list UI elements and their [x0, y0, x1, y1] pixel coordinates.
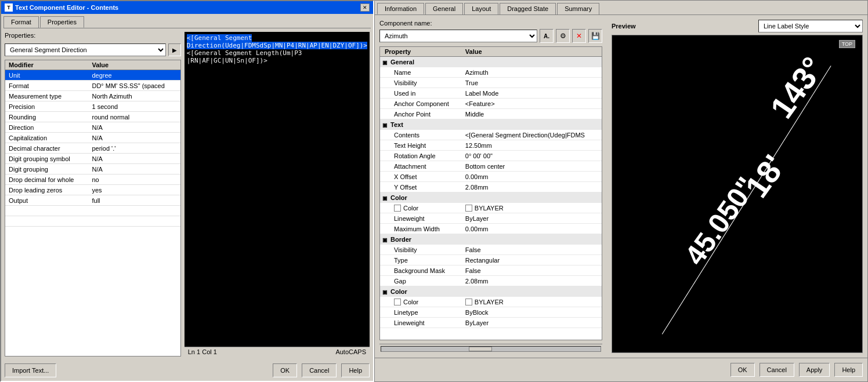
tab-summary[interactable]: Summary: [557, 3, 599, 14]
property-col-header: Property: [380, 47, 461, 57]
properties-dropdown[interactable]: General Segment Direction: [5, 43, 166, 56]
modifier-cell: Precision: [5, 101, 88, 112]
value-cell[interactable]: degree: [88, 70, 180, 81]
tab-layout[interactable]: Layout: [464, 3, 498, 14]
prop-color2: Color: [380, 297, 461, 307]
editor-selected-text: <[General Segment Direction(Udeg|FDMSdSp…: [187, 34, 367, 49]
prop-contents: Contents: [380, 130, 461, 140]
prop-value[interactable]: Azimuth: [461, 67, 602, 78]
tab-dragged-state[interactable]: Dragged State: [500, 3, 556, 14]
delete-button[interactable]: ✕: [572, 29, 586, 43]
scrollbar-thumb[interactable]: [469, 347, 492, 351]
prop-maxwidth: Maximum Width: [380, 224, 461, 234]
cancel-button-left[interactable]: Cancel: [302, 363, 337, 377]
prop-value[interactable]: 0° 00' 00": [461, 151, 602, 161]
table-row: Rotation Angle0° 00' 00": [380, 151, 602, 161]
help-button-right[interactable]: Help: [834, 363, 863, 377]
text-editor[interactable]: <[General Segment Direction(Udeg|FDMSdSp…: [185, 32, 370, 347]
table-row: DirectionN/A: [5, 122, 180, 133]
section-general[interactable]: ▣ General: [380, 57, 602, 67]
scrollbar-track[interactable]: [381, 346, 601, 352]
prop-value[interactable]: 2.08mm: [461, 182, 602, 192]
svg-text:143°: 143°: [763, 50, 831, 125]
preview-style-select[interactable]: Line Label Style: [758, 20, 863, 32]
table-row: Digit grouping symbolN/A: [5, 154, 180, 164]
editor-column: <[General Segment Direction(Udeg|FDMSdSp…: [185, 32, 370, 356]
prop-value[interactable]: <[General Segment Direction(Udeg|FDMS: [461, 130, 602, 140]
prop-linetype: Linetype: [380, 307, 461, 318]
table-row: AttachmentBottom center: [380, 161, 602, 172]
help-button-left[interactable]: Help: [341, 363, 370, 377]
cancel-button-right[interactable]: Cancel: [760, 363, 794, 377]
title-bar: T Text Component Editor - Contents ✕: [1, 1, 373, 14]
svg-text:45.050": 45.050": [678, 172, 762, 271]
preview-header: Preview Line Label Style: [612, 20, 863, 32]
prop-value[interactable]: ByLayer: [461, 213, 602, 224]
table-row: LineweightByLayer: [380, 213, 602, 224]
value-cell: N/A: [88, 122, 180, 133]
text-style-button[interactable]: A.: [540, 29, 554, 43]
prop-value[interactable]: Rectangular: [461, 255, 602, 265]
modifier-cell: [5, 206, 88, 216]
value-cell: North Azimuth: [88, 91, 180, 101]
gear-button[interactable]: ⚙: [556, 29, 570, 43]
table-row: Decimal characterperiod '.': [5, 143, 180, 154]
component-name-section: Component name: Azimuth A. ⚙ ✕ 💾: [379, 20, 602, 43]
section-border[interactable]: ▣ Border: [380, 234, 602, 245]
value-col-header: Value: [461, 47, 602, 57]
prop-value[interactable]: Middle: [461, 109, 602, 119]
section-text[interactable]: ▣ Text: [380, 119, 602, 130]
properties-label: Properties:: [5, 32, 181, 39]
value-cell: [88, 216, 180, 227]
cursor-position: Ln 1 Col 1: [188, 348, 217, 355]
component-name-select[interactable]: Azimuth: [379, 30, 537, 42]
import-text-button[interactable]: Import Text...: [5, 363, 56, 377]
left-bottom-buttons: Import Text... OK Cancel Help: [1, 360, 373, 381]
property-grid: Property Value ▣ General NameAzimuth Vis…: [379, 46, 602, 340]
prop-value[interactable]: 2.08mm: [461, 276, 602, 286]
section-color[interactable]: ▣ Color: [380, 192, 602, 203]
prop-value[interactable]: 0.00mm: [461, 172, 602, 182]
color2-checkbox[interactable]: [394, 299, 401, 305]
prop-value[interactable]: 0.00mm: [461, 224, 602, 234]
prop-value[interactable]: False: [461, 245, 602, 255]
modifier-cell: [5, 216, 88, 227]
prop-value[interactable]: Label Mode: [461, 88, 602, 99]
apply-button[interactable]: Apply: [799, 363, 830, 377]
tab-format[interactable]: Format: [3, 16, 39, 28]
table-row: Precision1 second: [5, 101, 180, 112]
prop-rotation: Rotation Angle: [380, 151, 461, 161]
horizontal-scrollbar[interactable]: [379, 344, 602, 353]
prop-value[interactable]: ByLayer: [461, 318, 602, 328]
close-button[interactable]: ✕: [360, 3, 370, 12]
tab-general[interactable]: General: [425, 3, 463, 14]
color-checkbox[interactable]: [394, 205, 401, 212]
prop-value[interactable]: <Feature>: [461, 99, 602, 109]
prop-value[interactable]: ByBlock: [461, 307, 602, 318]
value-cell: N/A: [88, 154, 180, 164]
prop-value[interactable]: 12.50mm: [461, 140, 602, 151]
table-row: TypeRectangular: [380, 255, 602, 265]
prop-value[interactable]: Bottom center: [461, 161, 602, 172]
prop-lineweight2: Lineweight: [380, 318, 461, 328]
table-row: Drop decimal for wholeno: [5, 174, 180, 185]
prop-value[interactable]: False: [461, 265, 602, 276]
table-row: [5, 216, 180, 227]
prop-value[interactable]: True: [461, 78, 602, 88]
ok-button-right[interactable]: OK: [730, 363, 755, 377]
table-row: Unitdegree: [5, 70, 180, 81]
ok-button-left[interactable]: OK: [273, 363, 297, 377]
component-name-controls: Azimuth A. ⚙ ✕ 💾: [379, 29, 602, 43]
right-bottom-buttons: OK Cancel Apply Help: [375, 358, 867, 381]
section-color2[interactable]: ▣ Color: [380, 286, 602, 297]
tab-properties[interactable]: Properties: [40, 16, 84, 28]
properties-arrow-button[interactable]: ▶: [168, 43, 181, 56]
save-button-right[interactable]: 💾: [588, 29, 602, 43]
prop-value[interactable]: BYLAYER: [461, 203, 602, 213]
tab-information[interactable]: Information: [377, 3, 424, 14]
bylayer-checkbox[interactable]: [465, 205, 472, 212]
table-row: Drop leading zerosyes: [5, 185, 180, 195]
prop-value[interactable]: BYLAYER: [461, 297, 602, 307]
bylayer2-checkbox[interactable]: [465, 299, 472, 305]
table-row: LineweightByLayer: [380, 318, 602, 328]
